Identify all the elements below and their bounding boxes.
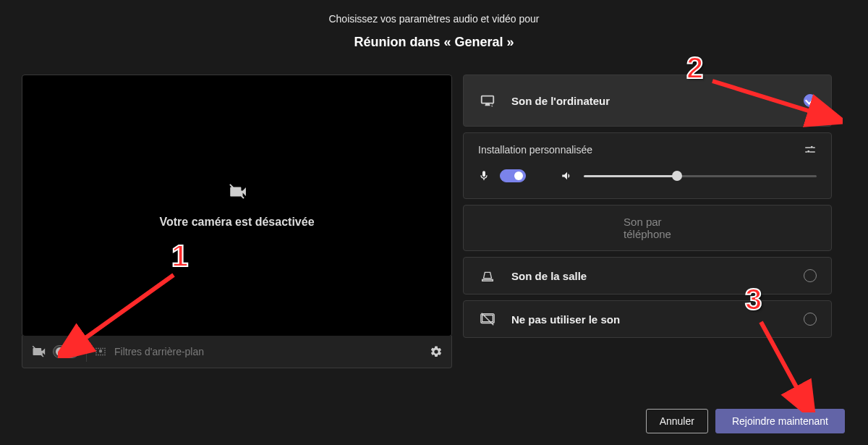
camera-off-icon bbox=[228, 182, 247, 204]
audio-panel: Son de l'ordinateur Installation personn… bbox=[463, 75, 832, 368]
audio-option-computer[interactable]: Son de l'ordinateur bbox=[463, 75, 832, 127]
audio-option-phone: Son par téléphone bbox=[463, 205, 832, 251]
room-icon bbox=[478, 268, 497, 284]
radio-icon bbox=[804, 313, 817, 326]
audio-option-none[interactable]: Ne pas utiliser le son bbox=[463, 300, 832, 338]
custom-setup-label[interactable]: Installation personnalisée bbox=[478, 144, 592, 156]
audio-option-label: Son de l'ordinateur bbox=[511, 95, 789, 107]
video-toolbar: Filtres d'arrière-plan bbox=[22, 336, 452, 368]
screen-mute-icon bbox=[478, 311, 497, 327]
camera-off-text: Votre caméra est désactivée bbox=[159, 216, 314, 229]
header: Choisissez vos paramètres audio et vidéo… bbox=[0, 0, 868, 50]
speaker-icon bbox=[561, 169, 574, 182]
join-now-button[interactable]: Rejoindre maintenant bbox=[715, 409, 845, 433]
meeting-title: Réunion dans « General » bbox=[0, 35, 868, 50]
microphone-icon bbox=[478, 170, 490, 182]
gear-icon[interactable] bbox=[430, 345, 443, 358]
action-buttons: Annuler Rejoindre maintenant bbox=[646, 409, 845, 433]
background-filters-button[interactable]: Filtres d'arrière-plan bbox=[114, 346, 204, 357]
volume-slider-thumb[interactable] bbox=[672, 171, 682, 181]
sliders-icon[interactable] bbox=[804, 143, 817, 156]
radio-icon bbox=[804, 269, 817, 282]
settings-subtitle: Choisissez vos paramètres audio et vidéo… bbox=[0, 13, 868, 25]
audio-option-label: Son par téléphone bbox=[624, 216, 671, 240]
camera-off-icon bbox=[31, 344, 46, 359]
audio-option-room[interactable]: Son de la salle bbox=[463, 257, 832, 294]
microphone-toggle[interactable] bbox=[500, 169, 526, 182]
custom-setup-panel: Installation personnalisée bbox=[463, 132, 832, 199]
radio-selected-icon bbox=[804, 94, 817, 107]
camera-toggle[interactable] bbox=[53, 345, 79, 358]
background-filter-icon bbox=[94, 345, 107, 358]
monitor-speaker-icon bbox=[478, 93, 497, 109]
divider bbox=[86, 342, 87, 362]
video-preview: Votre caméra est désactivée bbox=[22, 75, 452, 336]
video-panel: Votre caméra est désactivée Filtres d'ar… bbox=[22, 75, 452, 368]
audio-option-label: Son de la salle bbox=[511, 270, 789, 282]
audio-option-label: Ne pas utiliser le son bbox=[511, 313, 789, 326]
cancel-button[interactable]: Annuler bbox=[646, 409, 708, 433]
volume-slider[interactable] bbox=[584, 175, 817, 177]
